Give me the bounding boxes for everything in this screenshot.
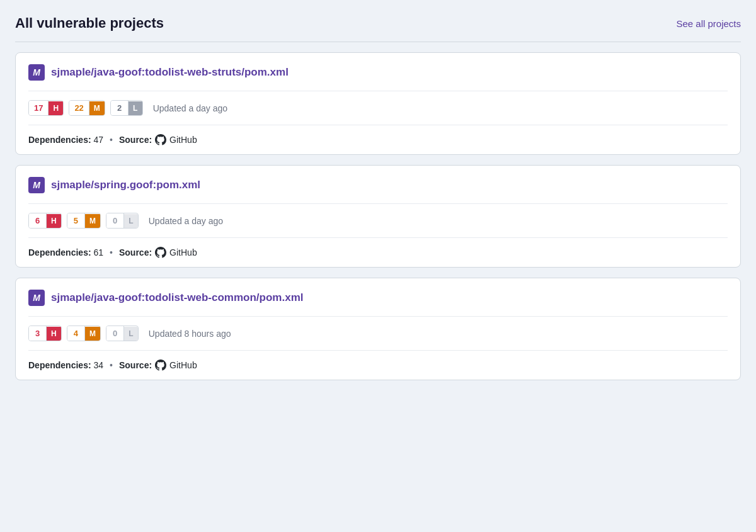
card-stats-row: 17 H 22 M 2 L Updated a day ago <box>16 91 740 125</box>
high-label: H <box>49 101 63 115</box>
low-label: L <box>124 214 138 228</box>
header-divider <box>15 42 741 42</box>
page-title: All vulnerable projects <box>15 15 164 31</box>
card-deps-row: Dependencies: 34 • Source: GitHub <box>16 351 740 380</box>
project-link[interactable]: sjmaple/java-goof:todolist-web-common/po… <box>51 291 303 304</box>
project-card-1: M sjmaple/java-goof:todolist-web-struts/… <box>15 52 741 155</box>
high-count: 6 <box>29 213 47 228</box>
github-icon <box>155 134 166 145</box>
github-icon <box>155 247 166 258</box>
maven-icon: M <box>28 177 45 193</box>
low-badge-group: 0 L <box>106 213 139 229</box>
medium-badge-group: 4 M <box>67 325 101 341</box>
low-badge-group: 0 L <box>106 325 139 341</box>
medium-count: 5 <box>67 213 85 228</box>
medium-label: M <box>85 327 100 341</box>
project-link[interactable]: sjmaple/spring.goof:pom.xml <box>51 179 200 191</box>
medium-badge-group: 22 M <box>69 100 105 116</box>
dependencies-text: Dependencies: 47 <box>28 135 103 145</box>
medium-count: 22 <box>69 101 89 115</box>
high-count: 3 <box>29 326 47 341</box>
card-title-row: M sjmaple/java-goof:todolist-web-common/… <box>16 278 740 316</box>
high-badge-group: 17 H <box>28 100 64 116</box>
separator-dot: • <box>110 360 113 370</box>
card-title-row: M sjmaple/java-goof:todolist-web-struts/… <box>16 53 740 91</box>
low-label: L <box>124 327 138 341</box>
medium-badge-group: 5 M <box>67 213 101 229</box>
medium-count: 4 <box>67 326 85 341</box>
medium-label: M <box>85 214 100 228</box>
updated-text: Updated a day ago <box>149 216 223 226</box>
project-link[interactable]: sjmaple/java-goof:todolist-web-struts/po… <box>51 66 289 79</box>
page-header: All vulnerable projects See all projects <box>15 15 741 31</box>
dependencies-text: Dependencies: 34 <box>28 360 103 370</box>
see-all-link[interactable]: See all projects <box>676 18 741 29</box>
card-deps-row: Dependencies: 47 • Source: GitHub <box>16 125 740 154</box>
updated-text: Updated a day ago <box>153 103 227 113</box>
source-text: Source: GitHub <box>119 134 197 145</box>
source-text: Source: GitHub <box>119 247 197 258</box>
maven-icon: M <box>28 290 45 306</box>
low-count: 0 <box>106 213 124 228</box>
projects-container: M sjmaple/java-goof:todolist-web-struts/… <box>15 52 741 380</box>
low-count: 2 <box>111 101 129 115</box>
card-stats-row: 6 H 5 M 0 L Updated a day ago <box>16 204 740 237</box>
high-count: 17 <box>29 101 49 115</box>
high-label: H <box>47 327 61 341</box>
high-label: H <box>47 214 61 228</box>
project-card-3: M sjmaple/java-goof:todolist-web-common/… <box>15 278 741 380</box>
low-count: 0 <box>106 326 124 341</box>
high-badge-group: 3 H <box>28 325 62 341</box>
card-deps-row: Dependencies: 61 • Source: GitHub <box>16 238 740 267</box>
source-text: Source: GitHub <box>119 359 197 371</box>
low-badge-group: 2 L <box>110 100 143 116</box>
dependencies-text: Dependencies: 61 <box>28 247 103 258</box>
maven-icon: M <box>28 64 45 81</box>
separator-dot: • <box>110 135 113 145</box>
project-card-2: M sjmaple/spring.goof:pom.xml 6 H 5 M 0 … <box>15 165 741 268</box>
medium-label: M <box>89 101 105 115</box>
separator-dot: • <box>110 247 113 258</box>
low-label: L <box>129 101 142 115</box>
card-stats-row: 3 H 4 M 0 L Updated 8 hours ago <box>16 317 740 350</box>
high-badge-group: 6 H <box>28 213 62 229</box>
github-icon <box>155 359 166 371</box>
card-title-row: M sjmaple/spring.goof:pom.xml <box>16 166 740 203</box>
updated-text: Updated 8 hours ago <box>149 329 231 339</box>
